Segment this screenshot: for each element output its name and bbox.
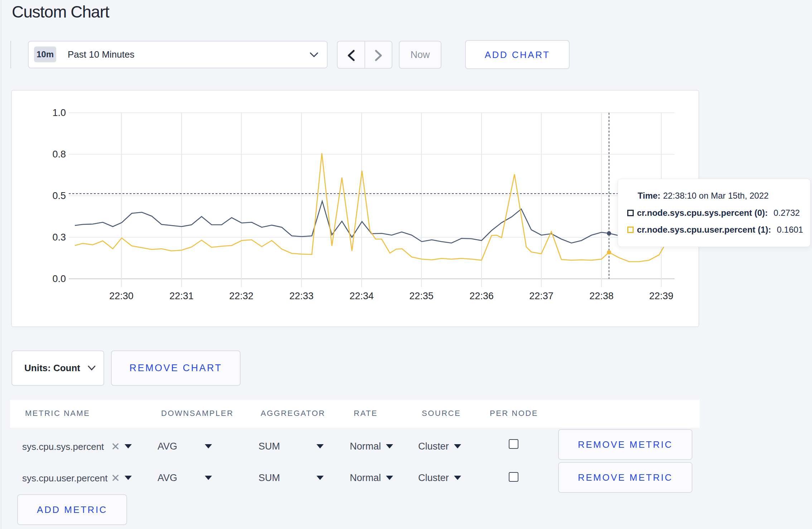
svg-text:22:37: 22:37 <box>529 291 554 301</box>
svg-text:0.0: 0.0 <box>52 273 66 284</box>
svg-text:1.0: 1.0 <box>52 107 66 118</box>
svg-text:22:31: 22:31 <box>169 291 194 301</box>
svg-text:0.3: 0.3 <box>52 232 66 243</box>
svg-text:22:36: 22:36 <box>469 291 494 301</box>
svg-text:22:34: 22:34 <box>349 291 374 301</box>
svg-text:22:30: 22:30 <box>109 291 134 301</box>
svg-text:22:32: 22:32 <box>229 291 253 301</box>
svg-text:22:33: 22:33 <box>289 291 314 301</box>
svg-text:22:35: 22:35 <box>409 291 434 301</box>
svg-text:0.8: 0.8 <box>52 149 66 160</box>
svg-text:22:39: 22:39 <box>649 291 673 301</box>
svg-text:0.5: 0.5 <box>52 190 66 201</box>
svg-text:22:38: 22:38 <box>589 291 614 301</box>
